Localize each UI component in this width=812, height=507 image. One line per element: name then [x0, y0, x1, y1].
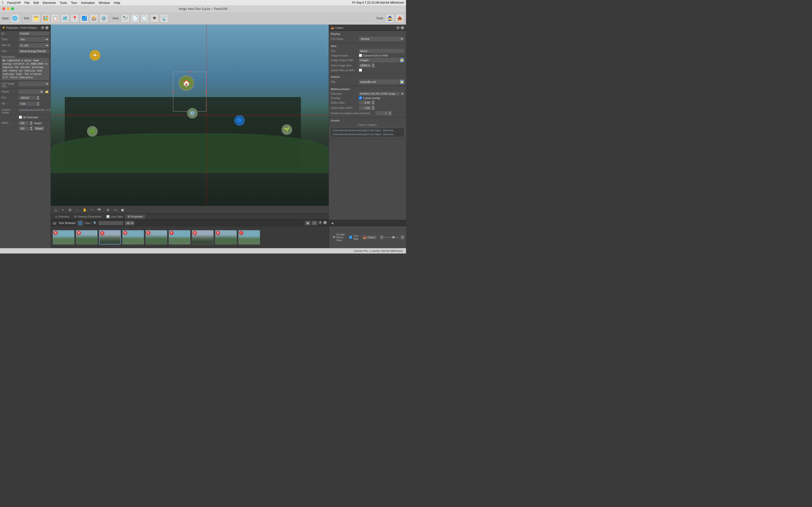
menu-edit[interactable]: Edit — [33, 1, 39, 5]
selection-handle-left[interactable] — [172, 91, 174, 93]
edit-button-8[interactable]: ⚙️ — [99, 14, 108, 23]
apple-menu[interactable]:  — [2, 0, 3, 5]
filter-select[interactable]: All — [125, 221, 134, 225]
view-button-3[interactable]: 🕒 — [140, 14, 149, 23]
view-button-1[interactable]: 🔭 — [121, 14, 130, 23]
output-panel-close-button[interactable]: ✕ — [401, 26, 404, 30]
tab-properties[interactable]: ⚙ Properties — [125, 214, 146, 219]
height-down-button[interactable]: ▼ — [30, 128, 33, 131]
menu-elements[interactable]: Elements — [43, 1, 56, 5]
filename-input[interactable] — [359, 92, 400, 95]
view-button-5[interactable]: 📡 — [160, 14, 168, 23]
panel-refresh-button[interactable]: ↺ — [41, 26, 44, 30]
loaded-levels-input[interactable] — [376, 111, 388, 115]
desc-textarea[interactable]: We completed a major home energy retrofi… — [1, 58, 49, 80]
edit-button-6[interactable]: 🗾 — [80, 14, 89, 23]
pano-thumb-h[interactable]: H — [215, 230, 237, 244]
tb-view-large-button[interactable]: ⊡ — [312, 221, 317, 225]
pano-thumb-d[interactable]: D — [122, 230, 144, 244]
inline-image-size-up[interactable]: ▲ — [371, 63, 375, 65]
tour-map-button[interactable]: 🗾 Tour Map — [348, 234, 360, 241]
tilt-up-button[interactable]: ▲ — [36, 102, 40, 104]
title-input[interactable] — [19, 49, 49, 53]
pano-thumb-a[interactable]: A — [53, 230, 74, 244]
viewer-tool-select[interactable]: △ — [53, 207, 58, 213]
filename-dropdown-button[interactable]: ▼ — [401, 92, 404, 95]
edit-button-5[interactable]: 📍 — [70, 14, 79, 23]
menu-pano2vr[interactable]: Pano2VR — [7, 1, 21, 5]
tab-user-data[interactable]: 📊 User Data — [104, 214, 125, 219]
pan-up-button[interactable]: ▲ — [36, 96, 40, 98]
panorama-viewer[interactable]: 🏠 ⚙️ — [51, 24, 329, 206]
tour-browser-person-button[interactable]: 👤 — [78, 220, 83, 226]
pano-thumb-f[interactable]: F — [169, 230, 191, 244]
viewer-tool-hand[interactable]: ✋ — [82, 207, 88, 213]
tools-button-2[interactable]: 📤 — [395, 14, 404, 23]
asset-item-0[interactable]: /Users/derrickmitchinson/Dropbox/Yard Si… — [332, 129, 403, 132]
skinid-select[interactable]: ht_info — [19, 43, 49, 48]
overlap-checkbox[interactable] — [359, 96, 362, 100]
tab-overview[interactable]: ⊙ Overview — [53, 214, 72, 219]
height-up-button[interactable]: ▲ — [30, 126, 33, 128]
inline-image-size-down[interactable]: ▼ — [371, 65, 375, 68]
zoom-thumb[interactable] — [392, 236, 395, 238]
loaded-levels-up[interactable]: ▲ — [388, 111, 392, 113]
menu-tour[interactable]: Tour — [71, 1, 77, 5]
menu-file[interactable]: File — [24, 1, 30, 5]
view-button-2[interactable]: 📄 — [131, 14, 140, 23]
switch-bias-hidpi-down[interactable]: ▼ — [371, 108, 375, 110]
edit-button-7[interactable]: 🎰 — [90, 14, 98, 23]
pan-input[interactable] — [19, 96, 36, 100]
viewer-tool-move[interactable]: ↔ — [74, 207, 80, 213]
distorted-checkbox[interactable] — [19, 116, 22, 119]
menu-help[interactable]: Help — [114, 1, 120, 5]
output-file-input[interactable] — [359, 80, 399, 84]
pan-down-button[interactable]: ▼ — [36, 98, 40, 100]
height-input[interactable] — [19, 126, 29, 130]
menu-window[interactable]: Window — [99, 1, 110, 5]
reset-button[interactable]: Reset — [34, 126, 44, 130]
hotspot-compass-icon[interactable] — [90, 50, 100, 61]
svg-to-png-checkbox[interactable] — [359, 54, 362, 57]
width-down-button[interactable]: ▼ — [30, 123, 33, 125]
id-input[interactable] — [19, 32, 49, 36]
width-input[interactable] — [19, 121, 29, 125]
asset-item-1[interactable]: /Users/derrickmitchinson/Dropbox/Yard Si… — [332, 132, 403, 136]
window-maximize-button[interactable] — [11, 7, 14, 10]
link-select[interactable] — [19, 81, 49, 86]
hotspot-gear-icon[interactable]: ⚙️ — [187, 108, 198, 119]
tools-button-1[interactable]: 🧙 — [386, 14, 394, 23]
target-select[interactable] — [19, 90, 44, 94]
image-output-path-input[interactable] — [359, 58, 399, 62]
switch-bias-down[interactable]: ▼ — [371, 103, 375, 105]
pano-thumb-e[interactable]: E — [146, 230, 167, 244]
switch-bias-hidpi-input[interactable] — [359, 106, 371, 110]
viewer-tool-map[interactable]: 🗺 — [96, 207, 102, 213]
window-close-button[interactable] — [2, 7, 5, 10]
pano-thumb-c[interactable]: C — [99, 230, 121, 244]
switch-bias-input[interactable] — [359, 101, 371, 105]
viewer-tool-rect[interactable]: ▭ — [112, 207, 118, 213]
window-minimize-button[interactable] — [7, 7, 10, 10]
type-select[interactable]: Info URL Next — [19, 37, 49, 42]
pano-thumb-g[interactable]: G — [192, 230, 214, 244]
viewer-tool-add[interactable]: + — [60, 207, 66, 213]
viewer-tool-grid[interactable]: ⊞ — [67, 207, 73, 213]
google-street-view-button[interactable]: 🗺 Google Street View — [331, 232, 346, 242]
output-panel-refresh-button[interactable]: ↺ — [396, 26, 400, 30]
viewer-tool-fill[interactable]: ◼ — [120, 207, 125, 213]
edit-button-4[interactable]: 🗺️ — [61, 14, 69, 23]
fov-mode-select[interactable]: Vertical Horizontal — [359, 37, 404, 41]
zoom-out-button[interactable]: ⊟ — [379, 235, 384, 239]
tb-refresh-button[interactable]: ↺ — [318, 221, 322, 224]
menu-animation[interactable]: Animation — [81, 1, 95, 5]
tb-view-small-button[interactable]: ▦ — [305, 221, 310, 225]
tb-close-button[interactable]: ✕ — [323, 221, 327, 224]
output-view-button[interactable]: 📤 Output — [361, 235, 377, 239]
filter-input[interactable] — [99, 221, 123, 225]
view-button-4[interactable]: 👁️ — [150, 14, 159, 23]
tab-viewing-params[interactable]: 👁 Viewing Parameters — [72, 214, 104, 219]
output-file-browse-button[interactable]: 📁 — [400, 80, 404, 84]
width-up-button[interactable]: ▲ — [30, 121, 33, 123]
export-skin-xml-checkbox[interactable] — [359, 68, 362, 72]
